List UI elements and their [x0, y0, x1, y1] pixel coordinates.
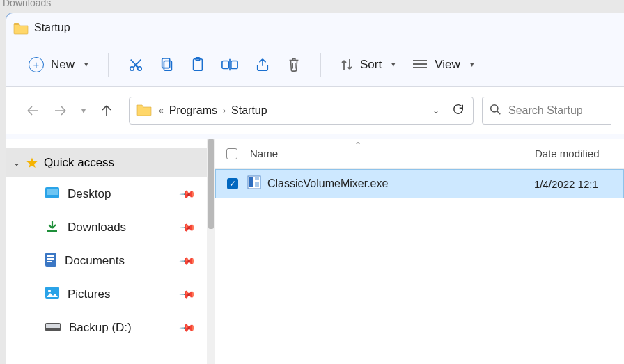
list-icon	[412, 59, 428, 70]
refresh-button[interactable]	[452, 103, 465, 118]
svg-point-8	[491, 104, 498, 111]
share-icon	[255, 58, 270, 72]
svg-rect-20	[249, 177, 254, 187]
column-date[interactable]: Date modified	[535, 148, 617, 159]
svg-point-16	[48, 290, 51, 292]
breadcrumb-startup[interactable]: Startup	[231, 104, 267, 117]
sort-icon	[341, 58, 353, 72]
sidebar-item-label: Desktop	[68, 187, 111, 201]
quick-access-header[interactable]: ⌄ ★ Quick access	[6, 148, 215, 177]
svg-rect-14	[47, 261, 52, 262]
svg-rect-3	[162, 58, 170, 68]
folder-icon	[13, 22, 29, 34]
copy-button[interactable]	[152, 51, 182, 79]
cut-button[interactable]	[120, 51, 152, 79]
pin-icon: 📌	[178, 219, 196, 237]
chevron-down-icon: ▾	[391, 60, 396, 69]
clipboard-icon	[191, 57, 205, 72]
address-dropdown[interactable]: ⌄	[432, 106, 439, 116]
view-button-label: View	[435, 58, 460, 72]
chevron-down-icon: ▾	[470, 60, 474, 69]
navigation-pane: ⌄ ★ Quick access Desktop 📌 Downloads 📌 D…	[6, 139, 215, 364]
delete-button[interactable]	[279, 51, 309, 79]
copy-icon	[160, 57, 174, 72]
folder-icon	[136, 103, 152, 118]
sidebar-item-downloads[interactable]: Downloads 📌	[6, 211, 215, 244]
search-box[interactable]	[482, 97, 611, 125]
forward-button[interactable]	[54, 104, 68, 118]
new-button[interactable]: + New ▾	[20, 51, 97, 79]
drive-icon	[45, 321, 61, 335]
app-icon	[248, 176, 260, 191]
column-name-label: Name	[250, 148, 278, 159]
column-name[interactable]: Name ⌃	[250, 148, 535, 159]
sidebar-item-label: Backup (D:)	[69, 321, 132, 335]
address-bar[interactable]: « Programs › Startup ⌄	[129, 97, 474, 125]
rename-button[interactable]	[213, 51, 247, 79]
svg-rect-6	[222, 61, 228, 68]
sidebar-item-backup[interactable]: Backup (D:) 📌	[6, 311, 215, 345]
search-input[interactable]	[508, 104, 604, 117]
content-area: ⌄ ★ Quick access Desktop 📌 Downloads 📌 D…	[6, 139, 624, 364]
svg-rect-12	[47, 255, 54, 257]
svg-rect-10	[47, 189, 58, 195]
share-button[interactable]	[247, 51, 279, 79]
sidebar-item-pictures[interactable]: Pictures 📌	[6, 278, 215, 311]
separator	[108, 53, 109, 77]
up-button[interactable]	[100, 104, 114, 118]
trash-icon	[287, 57, 301, 72]
navigation-row: ▾ « Programs › Startup ⌄	[6, 87, 624, 134]
recent-dropdown[interactable]: ▾	[81, 106, 86, 116]
sidebar-item-desktop[interactable]: Desktop 📌	[6, 177, 215, 211]
scissors-icon	[128, 57, 143, 72]
rename-icon	[221, 58, 238, 72]
pin-icon: 📌	[178, 285, 196, 303]
pin-icon: 📌	[178, 185, 196, 203]
title-bar: Startup	[6, 13, 624, 42]
window-title: Startup	[34, 22, 70, 34]
back-button[interactable]	[26, 104, 40, 118]
star-icon: ★	[26, 155, 38, 171]
sidebar-item-label: Pictures	[68, 287, 110, 301]
svg-rect-21	[255, 177, 259, 180]
breadcrumb-programs[interactable]: Programs	[169, 104, 217, 117]
sidebar-scrollbar[interactable]	[207, 139, 215, 364]
column-headers: Name ⌃ Date modified	[215, 139, 624, 169]
pictures-icon	[45, 287, 59, 302]
download-icon	[45, 219, 59, 237]
file-date: 1/4/2022 12:1	[534, 178, 616, 190]
svg-rect-18	[46, 324, 60, 328]
pin-icon: 📌	[178, 252, 196, 270]
svg-rect-22	[255, 182, 259, 187]
sort-button[interactable]: Sort ▾	[332, 51, 404, 79]
sidebar-item-documents[interactable]: Documents 📌	[6, 244, 215, 278]
chevron-right-icon: ›	[223, 106, 226, 116]
explorer-window: Startup + New ▾	[6, 13, 624, 364]
breadcrumb-ellipsis[interactable]: «	[159, 106, 164, 116]
select-all-checkbox[interactable]	[226, 148, 237, 159]
file-list: Name ⌃ Date modified ✓ ClassicVolumeMixe…	[215, 139, 624, 364]
svg-rect-2	[164, 61, 171, 70]
file-row[interactable]: ✓ ClassicVolumeMixer.exe 1/4/2022 12:1	[215, 169, 624, 198]
view-button[interactable]: View ▾	[404, 51, 483, 79]
scrollbar-thumb[interactable]	[208, 139, 214, 229]
quick-access-label: Quick access	[44, 156, 114, 170]
desktop-icon	[45, 187, 59, 202]
plus-icon: +	[29, 57, 44, 72]
paste-button[interactable]	[182, 51, 213, 79]
document-icon	[45, 253, 56, 270]
chevron-down-icon: ▾	[84, 60, 88, 69]
svg-rect-7	[231, 61, 237, 68]
sidebar-item-label: Documents	[65, 254, 125, 268]
search-icon	[490, 104, 501, 118]
sort-button-label: Sort	[360, 58, 382, 72]
row-checkbox[interactable]: ✓	[227, 178, 238, 189]
breadcrumb: « Programs › Startup	[159, 104, 426, 117]
sort-ascending-icon: ⌃	[354, 141, 361, 150]
sidebar-item-label: Downloads	[68, 221, 126, 235]
file-name: ClassicVolumeMixer.exe	[267, 177, 534, 190]
new-button-label: New	[51, 58, 75, 72]
svg-rect-13	[47, 258, 54, 260]
nav-arrows: ▾	[19, 104, 120, 118]
background-window-label: Downloads	[3, 0, 51, 8]
